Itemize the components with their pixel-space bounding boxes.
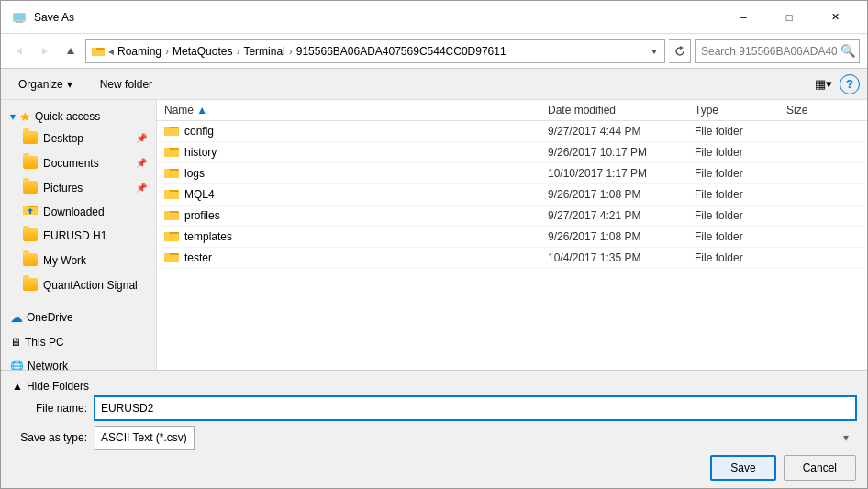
save-button[interactable]: Save [710, 455, 775, 481]
pictures-label: Pictures [43, 182, 83, 194]
address-path[interactable]: ◂ Roaming › MetaQuotes › Terminal › 9155… [85, 39, 665, 63]
forward-icon [40, 47, 50, 56]
desktop-pin-icon: 📌 [136, 133, 147, 143]
sidebar-item-documents[interactable]: Documents 📌 [1, 150, 156, 175]
breadcrumb-metaquotes[interactable]: MetaQuotes [172, 45, 232, 58]
file-name: profiles [184, 209, 220, 222]
dialog-icon [12, 10, 27, 25]
svg-rect-8 [92, 48, 96, 50]
breadcrumb-sep2: › [165, 45, 169, 58]
onedrive-label: OneDrive [27, 311, 73, 324]
svg-rect-7 [92, 50, 105, 56]
sidebar-item-desktop[interactable]: Desktop 📌 [1, 126, 156, 150]
sidebar-item-mywork[interactable]: My Work [1, 248, 156, 272]
refresh-button[interactable] [669, 39, 691, 63]
filename-input[interactable] [95, 396, 856, 420]
quick-access-star: ★ [19, 109, 31, 124]
cancel-button[interactable]: Cancel [784, 455, 856, 481]
downloaded-label: Downloaded [43, 206, 105, 218]
breadcrumb-roaming[interactable]: Roaming [117, 45, 161, 58]
quantaction-folder-icon [23, 276, 38, 294]
sidebar-item-downloaded[interactable]: Downloaded [1, 200, 156, 223]
network-header[interactable]: 🌐 Network [1, 354, 156, 370]
view-icon: ▦ [815, 77, 826, 91]
breadcrumb-terminal[interactable]: Terminal [243, 45, 284, 58]
hide-folders-label: Hide Folders [27, 380, 89, 393]
table-row[interactable]: templates 9/26/2017 1:08 PM File folder [157, 227, 867, 248]
filename-row: File name: [12, 396, 856, 420]
thispc-icon: 🖥 [10, 336, 21, 349]
network-icon: 🌐 [10, 360, 24, 370]
thispc-header[interactable]: 🖥 This PC [1, 330, 156, 350]
search-input[interactable] [695, 39, 860, 63]
quantaction-label: QuantAction Signal [43, 279, 138, 292]
forward-button[interactable] [34, 40, 56, 62]
onedrive-header[interactable]: ☁ OneDrive [1, 305, 156, 327]
svg-rect-32 [164, 234, 179, 241]
svg-marker-10 [680, 46, 684, 50]
close-button[interactable]: ✕ [814, 8, 856, 27]
quick-access-label: Quick access [35, 110, 100, 123]
table-row[interactable]: history 9/26/2017 10:17 PM File folder [157, 142, 867, 163]
svg-rect-26 [164, 192, 179, 199]
view-options-button[interactable]: ▦ ▾ [810, 72, 836, 96]
svg-rect-24 [164, 169, 170, 172]
folder-icon [164, 187, 179, 202]
title-bar-left: Save As [12, 10, 74, 25]
table-row[interactable]: config 9/27/2017 4:44 PM File folder [157, 121, 867, 142]
savetype-select[interactable]: ASCII Text (*.csv) [95, 426, 195, 450]
breadcrumb-sep4: › [289, 45, 293, 58]
table-row[interactable]: tester 10/4/2017 1:35 PM File folder [157, 248, 867, 269]
new-folder-button[interactable]: New folder [90, 72, 162, 96]
col-date-label: Date modified [548, 104, 616, 117]
organize-button[interactable]: Organize ▾ [8, 72, 83, 96]
svg-rect-21 [164, 148, 170, 150]
view-chevron: ▾ [826, 77, 832, 91]
table-row[interactable]: MQL4 9/26/2017 1:08 PM File folder [157, 184, 867, 206]
breadcrumb-hash[interactable]: 915566BA06ADA407569C544CC0D97611 [296, 45, 506, 58]
col-type-label: Type [695, 104, 718, 117]
quick-access-header[interactable]: ▾ ★ Quick access [1, 104, 156, 126]
file-name: MQL4 [184, 188, 215, 201]
file-name: templates [184, 230, 232, 243]
sidebar-item-eurusd[interactable]: EURUSD H1 [1, 223, 156, 248]
svg-rect-33 [164, 232, 170, 235]
up-icon [66, 47, 75, 56]
table-row[interactable]: logs 10/10/2017 1:17 PM File folder [157, 163, 867, 184]
savetype-label: Save as type: [12, 431, 95, 444]
pictures-folder-icon [23, 179, 38, 196]
save-as-dialog: Save As ─ □ ✕ ◂ Roaming › MetaQuot [0, 0, 868, 489]
svg-rect-1 [14, 14, 25, 20]
col-size-header[interactable]: Size [786, 104, 860, 117]
minimize-button[interactable]: ─ [722, 8, 764, 27]
sidebar-item-pictures[interactable]: Pictures 📌 [1, 175, 156, 200]
organize-chevron: ▾ [67, 78, 72, 91]
file-type: File folder [695, 251, 786, 264]
sidebar-item-quantaction[interactable]: QuantAction Signal [1, 272, 156, 297]
sort-icon: ▲ [196, 104, 207, 117]
bottom-bar: ▲ Hide Folders File name: Save as type: … [1, 370, 867, 488]
help-button[interactable]: ? [840, 74, 860, 94]
table-row[interactable]: profiles 9/27/2017 4:21 PM File folder [157, 206, 867, 227]
desktop-label: Desktop [43, 132, 83, 145]
sidebar: ▾ ★ Quick access Desktop 📌 Documents 📌 P… [1, 100, 157, 370]
col-type-header[interactable]: Type [695, 104, 786, 117]
file-name: tester [184, 251, 212, 264]
eurusd-label: EURUSD H1 [43, 229, 106, 242]
svg-rect-15 [29, 211, 31, 214]
svg-rect-29 [164, 213, 179, 220]
folder-icon [164, 229, 179, 244]
maximize-button[interactable]: □ [768, 8, 810, 27]
breadcrumb-separator1: ◂ [108, 45, 114, 58]
back-button[interactable] [8, 40, 30, 62]
new-folder-label: New folder [100, 78, 152, 91]
window-title: Save As [34, 11, 74, 24]
hide-folders-row[interactable]: ▲ Hide Folders [12, 378, 856, 396]
col-name-header[interactable]: Name ▲ [164, 104, 548, 117]
search-button[interactable]: 🔍 [840, 44, 856, 58]
up-button[interactable] [60, 40, 82, 62]
help-icon: ? [846, 77, 853, 91]
hide-folders-icon: ▲ [12, 380, 23, 393]
col-date-header[interactable]: Date modified [548, 104, 695, 117]
folder-icon [92, 45, 105, 58]
